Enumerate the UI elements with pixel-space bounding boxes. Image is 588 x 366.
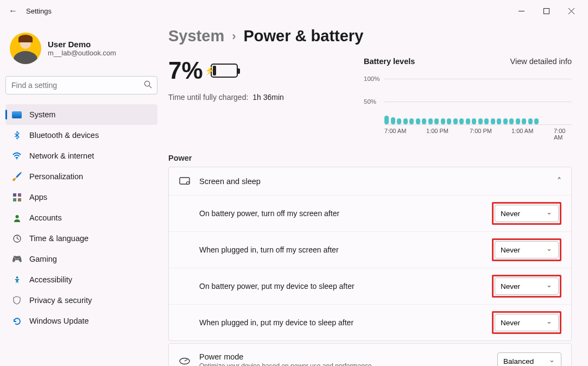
sidebar: User Demo m__lab@outlook.com System Blue… bbox=[0, 22, 163, 366]
monitor-icon bbox=[12, 110, 22, 119]
brush-icon: 🖌️ bbox=[12, 172, 22, 181]
sidebar-item-personalization[interactable]: 🖌️Personalization bbox=[5, 166, 157, 187]
charge-time-label: Time until fully charged: bbox=[168, 93, 248, 102]
sidebar-item-label: Windows Update bbox=[29, 317, 89, 325]
battery-percent: 7% bbox=[168, 57, 203, 84]
sidebar-item-gaming[interactable]: 🎮Gaming bbox=[5, 249, 157, 269]
sidebar-item-accessibility[interactable]: Accessibility bbox=[5, 269, 157, 290]
user-name: User Demo bbox=[48, 40, 116, 49]
svg-point-4 bbox=[144, 81, 149, 86]
svg-rect-10 bbox=[18, 198, 21, 201]
accessibility-icon bbox=[12, 275, 22, 285]
setting-label: On battery power, put my device to sleep… bbox=[199, 282, 492, 291]
svg-point-11 bbox=[15, 215, 18, 218]
x-axis-label: 7:00 AM bbox=[554, 128, 572, 141]
svg-line-19 bbox=[185, 359, 187, 361]
page-title: Power & battery bbox=[244, 27, 364, 45]
chevron-up-icon: ˄ bbox=[557, 176, 561, 186]
main-content: System › Power & battery 7% ⚡ Time until… bbox=[163, 22, 588, 366]
sidebar-item-accounts[interactable]: Accounts bbox=[5, 207, 157, 228]
power-mode-icon bbox=[179, 357, 191, 365]
user-email: m__lab@outlook.com bbox=[48, 49, 116, 57]
setting-label: When plugged in, turn off my screen afte… bbox=[199, 245, 492, 254]
setting-row: On battery power, turn off my screen aft… bbox=[169, 195, 571, 231]
svg-line-14 bbox=[17, 238, 19, 239]
card-title: Power mode bbox=[199, 352, 489, 361]
screen-sleep-icon bbox=[179, 177, 191, 186]
chevron-right-icon: › bbox=[232, 29, 236, 43]
svg-line-5 bbox=[149, 86, 151, 88]
sidebar-item-label: System bbox=[29, 110, 55, 119]
shield-icon bbox=[12, 295, 22, 305]
bluetooth-icon bbox=[12, 130, 22, 140]
setting-label: When plugged in, put my device to sleep … bbox=[199, 318, 492, 327]
svg-rect-1 bbox=[543, 8, 549, 14]
sidebar-item-label: Time & language bbox=[29, 234, 88, 243]
setting-row: When plugged in, put my device to sleep … bbox=[169, 304, 571, 340]
sidebar-item-label: Bluetooth & devices bbox=[29, 131, 99, 140]
setting-row: When plugged in, turn off my screen afte… bbox=[169, 231, 571, 268]
sidebar-item-apps[interactable]: Apps bbox=[5, 187, 157, 207]
sidebar-item-bluetooth[interactable]: Bluetooth & devices bbox=[5, 125, 157, 146]
sidebar-item-label: Gaming bbox=[29, 255, 57, 263]
screen-sleep-expander[interactable]: Screen and sleep ˄ bbox=[169, 167, 571, 195]
titlebar: ← Settings bbox=[0, 0, 588, 22]
x-axis-label: 7:00 AM bbox=[384, 128, 406, 134]
sidebar-item-label: Personalization bbox=[29, 172, 83, 181]
user-card[interactable]: User Demo m__lab@outlook.com bbox=[5, 28, 157, 68]
section-header-power: Power bbox=[168, 154, 572, 162]
screen-off-plugged-select[interactable]: Never bbox=[495, 241, 559, 258]
breadcrumb: System › Power & battery bbox=[168, 27, 572, 45]
sleep-battery-select[interactable]: Never bbox=[495, 277, 559, 295]
power-mode-select[interactable]: Balanced bbox=[497, 352, 561, 366]
svg-rect-7 bbox=[13, 193, 16, 197]
window-title: Settings bbox=[26, 7, 52, 15]
svg-point-15 bbox=[16, 276, 18, 279]
svg-point-17 bbox=[187, 181, 189, 184]
svg-rect-9 bbox=[13, 198, 16, 201]
view-detailed-link[interactable]: View detailed info bbox=[510, 57, 572, 66]
x-axis-label: 1:00 PM bbox=[426, 128, 448, 134]
setting-row: On battery power, put my device to sleep… bbox=[169, 268, 571, 304]
person-icon bbox=[12, 213, 22, 223]
svg-rect-8 bbox=[18, 193, 21, 197]
search-box bbox=[5, 76, 157, 94]
battery-summary: 7% ⚡ Time until fully charged: 1h 36min bbox=[168, 57, 347, 140]
card-title: Screen and sleep bbox=[199, 177, 548, 186]
x-axis-label: 7:00 PM bbox=[470, 128, 492, 134]
battery-charging-icon: ⚡ bbox=[211, 64, 238, 78]
clock-icon bbox=[12, 234, 22, 243]
gamepad-icon: 🎮 bbox=[12, 254, 22, 264]
x-axis-label: 1:00 AM bbox=[511, 128, 533, 134]
setting-label: On battery power, turn off my screen aft… bbox=[199, 209, 492, 218]
power-mode-card: Power mode Optimize your device based on… bbox=[168, 343, 572, 366]
chart-title: Battery levels bbox=[364, 57, 415, 66]
sidebar-item-system[interactable]: System bbox=[5, 104, 157, 125]
sidebar-item-label: Apps bbox=[29, 193, 47, 201]
search-input[interactable] bbox=[5, 76, 157, 94]
sidebar-item-label: Privacy & security bbox=[29, 296, 92, 305]
maximize-button[interactable] bbox=[534, 2, 559, 20]
chart-area[interactable]: 100% 50% 7:00 AM 1:00 PM 7:00 PM 1:00 AM… bbox=[364, 74, 572, 140]
battery-chart: Battery levels View detailed info 100% 5… bbox=[364, 57, 572, 140]
search-icon bbox=[144, 80, 152, 91]
sidebar-item-network[interactable]: Network & internet bbox=[5, 146, 157, 166]
sidebar-item-label: Accessibility bbox=[29, 275, 72, 284]
back-button[interactable]: ← bbox=[4, 2, 22, 20]
close-button[interactable] bbox=[559, 2, 584, 20]
sidebar-item-update[interactable]: Windows Update bbox=[5, 311, 157, 331]
breadcrumb-root[interactable]: System bbox=[168, 27, 224, 45]
nav-list: System Bluetooth & devices Network & int… bbox=[5, 104, 157, 331]
sidebar-item-label: Accounts bbox=[29, 213, 62, 222]
y-axis-label: 50% bbox=[364, 98, 376, 105]
screen-off-battery-select[interactable]: Never bbox=[495, 205, 559, 222]
sidebar-item-privacy[interactable]: Privacy & security bbox=[5, 290, 157, 311]
screen-sleep-card: Screen and sleep ˄ On battery power, tur… bbox=[168, 167, 572, 341]
y-axis-label: 100% bbox=[364, 75, 380, 82]
power-mode-row[interactable]: Power mode Optimize your device based on… bbox=[169, 344, 571, 366]
sleep-plugged-select[interactable]: Never bbox=[495, 314, 559, 331]
sidebar-item-time[interactable]: Time & language bbox=[5, 228, 157, 249]
minimize-button[interactable] bbox=[509, 2, 534, 20]
svg-point-6 bbox=[16, 159, 17, 160]
charge-time-value: 1h 36min bbox=[252, 93, 284, 102]
